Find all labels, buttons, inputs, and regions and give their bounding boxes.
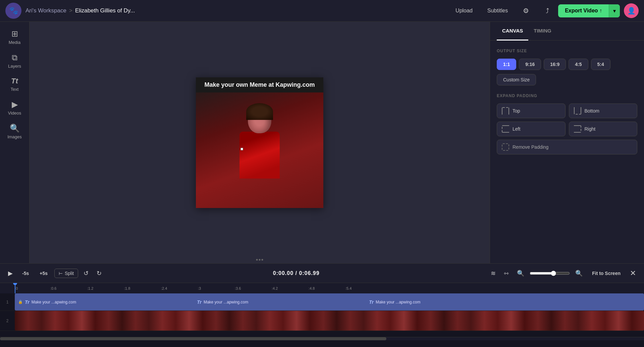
text-type-icon-2: Tr	[197, 299, 202, 305]
padding-left-button[interactable]: Left	[497, 122, 566, 136]
breadcrumb: Ari's Workspace > Elizabeth Gillies of D…	[25, 7, 135, 14]
redo-button[interactable]: ↻	[94, 268, 104, 279]
size-btn-9-16[interactable]: 9:16	[519, 59, 541, 70]
sidebar-item-media[interactable]: ⊞ Media	[2, 26, 28, 48]
zoom-slider[interactable]	[530, 271, 570, 276]
left-sidebar: ⊞ Media ⧉ Layers Tt Text ▶ Videos 🔍 Imag…	[0, 22, 30, 263]
workspace-link[interactable]: Ari's Workspace	[25, 7, 66, 14]
playhead[interactable]	[15, 283, 15, 293]
padding-right-label: Right	[585, 126, 596, 132]
split-icon: ⊢	[59, 271, 63, 276]
padding-bottom-label: Bottom	[585, 108, 599, 114]
close-timeline-button[interactable]: ✕	[627, 268, 639, 279]
canvas-resize-handle[interactable]	[256, 259, 263, 261]
sidebar-item-media-label: Media	[9, 40, 20, 45]
resize-dot-1	[256, 259, 258, 261]
current-time: 0:00.00	[273, 270, 293, 276]
subtitles-button[interactable]: Subtitles	[484, 6, 511, 16]
track-content-1[interactable]: 🔒 Tr Make your ...apwing.com Tr Make you…	[15, 293, 644, 310]
header: 🐾 Ari's Workspace > Elizabeth Gillies of…	[0, 0, 644, 22]
padding-grid: Top Bottom Left Right	[497, 103, 637, 136]
padding-top-button[interactable]: Top	[497, 103, 566, 118]
time-display: 0:00.00 / 0:06.99	[273, 270, 320, 276]
track-number-1: 1	[0, 300, 15, 304]
video-track	[15, 311, 644, 331]
track-segment-3: Tr Make your ...apwing.com	[366, 299, 424, 305]
remove-padding-icon	[502, 143, 509, 151]
expand-padding-label: EXPAND PADDING	[497, 93, 637, 98]
zoom-out-button[interactable]: 🔍	[514, 268, 527, 279]
settings-button[interactable]: ⚙	[519, 4, 533, 17]
sidebar-item-videos[interactable]: ▶ Videos	[2, 96, 28, 119]
meme-preview: Make your own Meme at Kapwing.com	[196, 77, 323, 208]
sidebar-item-layers-label: Layers	[8, 64, 21, 69]
top-padding-icon	[502, 107, 509, 115]
ruler-tick-3: :1.8	[124, 286, 130, 290]
back5-button[interactable]: -5s	[18, 269, 33, 278]
workspace-avatar[interactable]: 🐾	[5, 3, 21, 19]
undo-button[interactable]: ↺	[81, 268, 91, 279]
size-btn-16-9[interactable]: 16:9	[544, 59, 566, 70]
size-btn-4-5[interactable]: 4:5	[569, 59, 588, 70]
split-button[interactable]: ⊢ Split	[54, 269, 78, 278]
page-title: Elizabeth Gillies of Dy...	[75, 7, 135, 14]
ruler-tick-8: :4.8	[309, 286, 315, 290]
size-btn-5-4[interactable]: 5:4	[591, 59, 610, 70]
user-avatar[interactable]: 👤	[624, 3, 639, 18]
output-size-label: OUTPUT SIZE	[497, 49, 637, 53]
size-buttons: 1:1 9:16 16:9 4:5 5:4	[497, 59, 637, 70]
meme-image-area	[196, 92, 323, 208]
total-time: 0:06.99	[299, 270, 319, 276]
sidebar-item-layers[interactable]: ⧉ Layers	[2, 50, 28, 72]
layers-icon: ⧉	[12, 53, 17, 62]
selection-handle	[240, 148, 243, 150]
track-text-3: Make your ...apwing.com	[376, 300, 420, 304]
timeline-scrollbar-track[interactable]	[0, 337, 644, 340]
padding-left-label: Left	[513, 126, 520, 132]
padding-right-button[interactable]: Right	[569, 122, 638, 136]
images-icon: 🔍	[10, 124, 20, 133]
timeline-scrollbar-thumb[interactable]	[0, 337, 386, 340]
export-video-button[interactable]: Export Video ↑	[558, 4, 609, 17]
person-body	[239, 132, 280, 179]
custom-size-button[interactable]: Custom Size	[497, 74, 536, 85]
remove-padding-button[interactable]: Remove Padding	[497, 140, 637, 154]
ruler-tick-7: :4.2	[272, 286, 278, 290]
share-button[interactable]: ⤴	[541, 4, 554, 17]
remove-padding-label: Remove Padding	[513, 144, 548, 150]
upload-button[interactable]: Upload	[452, 6, 476, 16]
header-center-actions: Upload Subtitles ⚙ ⤴	[452, 4, 554, 17]
zoom-in-button[interactable]: 🔍	[573, 268, 585, 279]
play-button[interactable]: ▶	[5, 268, 15, 279]
text-type-icon-1: Tr	[25, 299, 30, 305]
fit-to-screen-button[interactable]: Fit to Screen	[588, 269, 625, 278]
sidebar-item-text-label: Text	[11, 87, 19, 92]
timeline-controls: ▶ -5s +5s ⊢ Split ↺ ↻ 0:00.00 / 0:06.99 …	[0, 263, 644, 283]
padding-bottom-button[interactable]: Bottom	[569, 103, 638, 118]
text-type-icon-3: Tr	[369, 299, 374, 305]
person-head	[248, 107, 271, 133]
sidebar-item-text[interactable]: Tt Text	[2, 73, 28, 95]
split-audio-icon[interactable]: ⇿	[501, 268, 512, 279]
meme-text-overlay: Make your own Meme at Kapwing.com	[196, 77, 323, 92]
tab-timing[interactable]: TIMING	[528, 22, 557, 41]
bottom-padding-icon	[574, 107, 581, 115]
videos-icon: ▶	[12, 100, 18, 109]
sidebar-item-images[interactable]: 🔍 Images	[2, 120, 28, 143]
track-content-2[interactable]	[15, 311, 644, 331]
track-row-2: 2	[0, 311, 644, 331]
track-number-2: 2	[0, 319, 15, 323]
breadcrumb-separator: >	[69, 7, 72, 14]
size-btn-1-1[interactable]: 1:1	[497, 59, 516, 70]
canvas-area[interactable]: Make your own Meme at Kapwing.com	[30, 22, 490, 263]
tab-canvas[interactable]: CANVAS	[497, 22, 528, 41]
right-padding-icon	[574, 125, 581, 133]
ruler-tick-2: :1.2	[87, 286, 93, 290]
track-text-1: Make your ...apwing.com	[32, 300, 76, 304]
ruler-tick-9: :5.4	[345, 286, 352, 290]
forward5-button[interactable]: +5s	[36, 269, 52, 278]
export-dropdown-button[interactable]: ▾	[609, 4, 620, 17]
track-text-2: Make your ...apwing.com	[204, 300, 248, 304]
timeline-tracks: 1 🔒 Tr Make your ...apwing.com Tr Make y…	[0, 293, 644, 337]
waveform-icon[interactable]: ≋	[488, 268, 498, 279]
